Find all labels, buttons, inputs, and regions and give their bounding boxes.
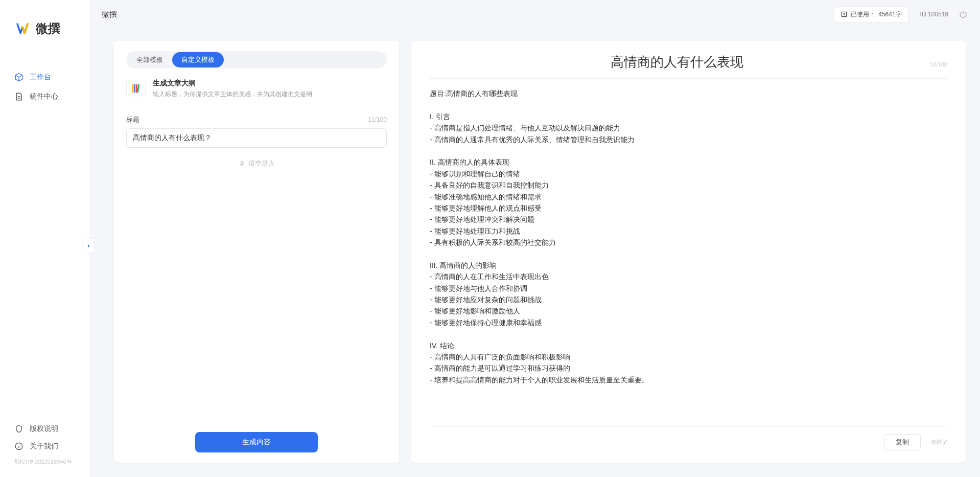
title-label: 标题 bbox=[126, 115, 139, 124]
sidebar: 微撰 工作台 稿件中心 版权说明 关于我们 鄂ICP备2022016946号 bbox=[0, 0, 89, 477]
template-card: 生成文章大纲 输入标题，为你提供文章主体的灵感，并为其创建推文提纲 bbox=[126, 78, 387, 110]
tab-all-templates[interactable]: 全部模板 bbox=[127, 52, 172, 67]
tab-custom-templates[interactable]: 自定义模板 bbox=[172, 52, 224, 67]
copy-button[interactable]: 复制 bbox=[884, 434, 921, 450]
output-title-count: 10/100 bbox=[930, 61, 947, 67]
nav-item-workspace[interactable]: 工作台 bbox=[0, 67, 89, 87]
svg-rect-5 bbox=[241, 161, 243, 164]
title-char-count: 11/100 bbox=[368, 116, 387, 123]
output-word-count: 404字 bbox=[931, 438, 947, 447]
info-icon bbox=[14, 442, 24, 451]
logo-mark-icon bbox=[16, 21, 32, 36]
main-content: 全部模板 自定义模板 生成文章大纲 输入标题，为你提供文章主体的灵感，并为其创建… bbox=[89, 29, 980, 477]
sidebar-bottom: 版权说明 关于我们 鄂ICP备2022016946号 bbox=[0, 420, 89, 477]
nav-item-label: 版权说明 bbox=[30, 424, 58, 434]
nav-item-copyright[interactable]: 版权说明 bbox=[0, 420, 89, 438]
outline-doc-icon bbox=[130, 83, 142, 94]
nav-item-drafts[interactable]: 稿件中心 bbox=[0, 87, 89, 106]
page-title: 微撰 bbox=[102, 10, 117, 19]
microphone-icon bbox=[238, 160, 245, 167]
nav-item-label: 工作台 bbox=[30, 73, 51, 82]
cube-icon bbox=[14, 73, 24, 82]
icp-text: 鄂ICP备2022016946号 bbox=[0, 455, 89, 469]
header-bar: 微撰 已使用：45641字 ID:100519 bbox=[89, 0, 980, 29]
template-desc: 输入标题，为你提供文章主体的灵感，并为其创建推文提纲 bbox=[153, 90, 312, 99]
template-icon bbox=[126, 79, 146, 98]
input-panel: 全部模板 自定义模板 生成文章大纲 输入标题，为你提供文章主体的灵感，并为其创建… bbox=[114, 41, 399, 463]
usage-pill[interactable]: 已使用：45641字 bbox=[834, 7, 907, 22]
usage-value: 45641字 bbox=[878, 10, 901, 19]
document-icon bbox=[14, 92, 24, 101]
user-id: ID:100519 bbox=[920, 11, 948, 18]
output-title-row: 高情商的人有什么表现 10/100 bbox=[430, 53, 947, 79]
template-title: 生成文章大纲 bbox=[153, 79, 312, 88]
nav-item-label: 稿件中心 bbox=[30, 92, 58, 101]
output-body[interactable]: 题目:高情商的人有哪些表现 I. 引言 - 高情商是指人们处理情绪、与他人互动以… bbox=[430, 88, 947, 419]
output-title: 高情商的人有什么表现 bbox=[430, 53, 924, 71]
logout-button[interactable] bbox=[959, 10, 968, 19]
text-icon bbox=[841, 11, 848, 18]
primary-nav: 工作台 稿件中心 bbox=[0, 47, 89, 420]
title-field-header: 标题 11/100 bbox=[126, 115, 387, 124]
shield-icon bbox=[14, 424, 24, 434]
svg-rect-2 bbox=[132, 84, 134, 93]
brand-name: 微撰 bbox=[36, 20, 60, 37]
voice-hint-text: 请空录入 bbox=[248, 159, 275, 168]
nav-item-about[interactable]: 关于我们 bbox=[0, 438, 89, 455]
svg-rect-3 bbox=[134, 84, 135, 93]
nav-item-label: 关于我们 bbox=[30, 442, 58, 451]
output-footer: 复制 404字 bbox=[430, 426, 947, 450]
usage-label: 已使用： bbox=[851, 10, 875, 19]
template-tabs: 全部模板 自定义模板 bbox=[126, 51, 387, 69]
output-panel: 高情商的人有什么表现 10/100 题目:高情商的人有哪些表现 I. 引言 - … bbox=[411, 41, 966, 463]
voice-input-button[interactable]: 请空录入 bbox=[126, 159, 387, 168]
power-icon bbox=[959, 10, 968, 19]
generate-button[interactable]: 生成内容 bbox=[195, 432, 318, 452]
brand-logo: 微撰 bbox=[0, 0, 89, 47]
title-input[interactable] bbox=[126, 128, 387, 148]
